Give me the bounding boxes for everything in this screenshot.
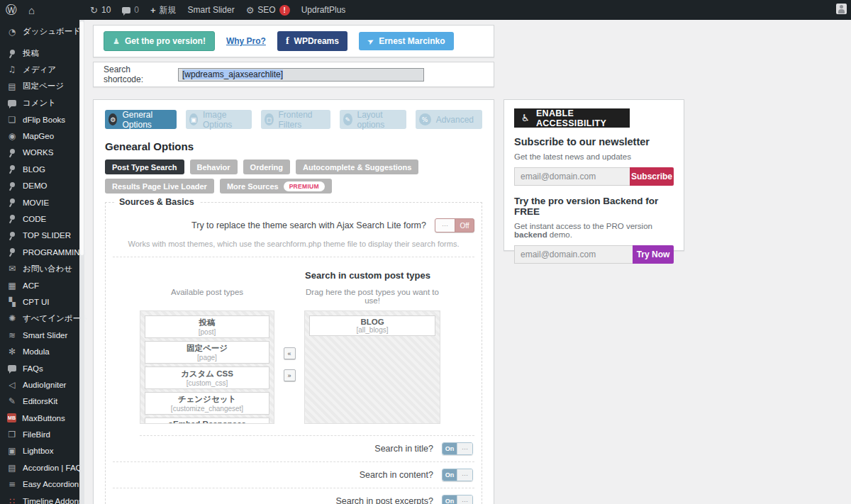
smart-slider-menu[interactable]: Smart Slider [182, 0, 240, 20]
sidebar-item-modula[interactable]: ✻Modula [0, 343, 79, 359]
sidebar-item-filebird[interactable]: ❒FileBird [0, 426, 79, 442]
site-home-link[interactable]: ⌂ [23, 0, 40, 20]
sidebar-item-label: Lightbox [23, 447, 53, 455]
sidebar-item-accordion-faq[interactable]: ▤Accordion | FAQ [0, 459, 79, 476]
sidebar-item-works[interactable]: WORKS [0, 145, 79, 161]
maxbuttons-icon: MB [7, 413, 16, 422]
map-pin-icon: ◉ [7, 131, 17, 141]
pin-icon [7, 198, 17, 207]
sidebar-item-programming[interactable]: PROGRAMMING [0, 244, 79, 260]
try-now-button[interactable]: Try Now [633, 245, 674, 264]
speech-bubble-icon [8, 100, 16, 106]
subtab-ordering[interactable]: Ordering [243, 159, 290, 174]
sidebar-item-top-slider[interactable]: TOP SLIDER [0, 228, 79, 244]
post-type-item[interactable]: 固定ページ [page] [145, 341, 269, 364]
pin-icon [7, 164, 17, 174]
sidebar-item-contact[interactable]: ✉お問い合わせ [0, 260, 79, 276]
sidebar-item-easy-accordion[interactable]: ≡Easy Accordion [0, 476, 79, 493]
dashboard-icon: ◔ [7, 27, 17, 37]
sidebar-scrollbar[interactable] [79, 20, 84, 504]
sidebar-item-faqs[interactable]: FAQs [0, 360, 79, 376]
seo-menu[interactable]: ⚙ SEO ! [240, 0, 296, 20]
subscribe-button[interactable]: Subscribe [630, 167, 674, 186]
new-content-menu[interactable]: + 新規 [145, 0, 182, 20]
book-icon: ❏ [7, 115, 17, 125]
sidebar-item-mapgeo[interactable]: ◉MapGeo [0, 128, 79, 144]
sidebar-item-demo[interactable]: DEMO [0, 178, 79, 194]
sidebar-item-dflip-books[interactable]: ❏dFlip Books [0, 111, 79, 128]
subtab-results-page-live-loader[interactable]: Results Page Live Loader [105, 179, 214, 194]
updates-count: 10 [101, 5, 111, 15]
page-title: Genearal Options [105, 140, 482, 152]
tab-frontend-filters[interactable]: ◻ Frontend Filters [261, 110, 330, 129]
facebook-icon: f [286, 35, 289, 47]
sidebar-item-acf[interactable]: ▦ACF [0, 277, 79, 293]
tab-advanced[interactable]: % Advanced [416, 110, 482, 129]
facebook-wpdreams-button[interactable]: f WPDreams [277, 31, 347, 51]
sidebar-item-label: FileBird [23, 430, 50, 439]
sidebar-item-label: お問い合わせ [23, 264, 72, 274]
subscribe-email-input[interactable] [514, 167, 630, 186]
sidebar-item-timeline-addons[interactable]: ∷Timeline Addons [0, 493, 79, 504]
pin-icon [7, 214, 17, 223]
sidebar-item-movie[interactable]: MOVIE [0, 194, 79, 211]
tab-layout-options[interactable]: ✎ Layout options [340, 110, 406, 129]
enable-accessibility-button[interactable]: ♿ ENABLE ACCESSIBILITY [514, 108, 630, 128]
sidebar-item-label: DEMO [23, 181, 48, 190]
sidebar-item-import-all[interactable]: ✺すべてインポート [0, 310, 79, 327]
subtab-post-type-search[interactable]: Post Type Search [105, 159, 184, 174]
post-type-item[interactable]: カスタム CSS [custom_css] [145, 366, 269, 389]
move-all-left-button[interactable]: « [284, 347, 296, 359]
tab-image-options[interactable]: ▣ Image Options [186, 110, 252, 129]
subtab-more-sources[interactable]: More Sources PREMIUM [220, 179, 332, 194]
comments-link[interactable]: 0 [116, 0, 145, 20]
search-in-content-toggle[interactable]: On ··· [442, 469, 473, 481]
sidebar-item-dashboard[interactable]: ◔ダッシュボード [0, 23, 79, 40]
why-pro-link[interactable]: Why Pro? [226, 36, 266, 46]
sidebar-item-audioigniter[interactable]: ◁AudioIgniter [0, 376, 79, 393]
subtab-behavior[interactable]: Behavior [190, 159, 238, 174]
tab-general-options[interactable]: ⚙ General Options [105, 110, 177, 129]
sidebar-item-label: メディア [23, 65, 56, 75]
search-in-title-label: Search in title? [374, 444, 433, 454]
get-pro-version-button[interactable]: ♟ Get the pro version! [104, 31, 215, 51]
sidebar-item-pages[interactable]: ▤固定ページ [0, 78, 79, 94]
move-buttons: « » [274, 310, 304, 424]
updraftplus-menu[interactable]: UpdraftPlus [296, 0, 352, 20]
drag-here-label: Drag here the post types you want to use… [304, 288, 440, 305]
sidebar-item-smart-slider[interactable]: ≋Smart Slider [0, 327, 79, 343]
sidebar-item-posts[interactable]: 投稿 [0, 45, 79, 61]
user-avatar[interactable] [836, 4, 847, 14]
wrench-icon: % [419, 113, 431, 125]
twitter-ernest-button[interactable]: ➤ Ernest Marcinko [359, 32, 454, 50]
sidebar-item-editorskit[interactable]: ✎EditorsKit [0, 393, 79, 410]
move-all-right-button[interactable]: » [284, 369, 296, 381]
search-in-content-label: Search in content? [360, 470, 433, 480]
search-in-title-toggle[interactable]: On ··· [442, 442, 473, 455]
sidebar-item-label: EditorsKit [23, 397, 57, 405]
post-type-item[interactable]: oEmbed Responses [145, 418, 269, 424]
sidebar-item-maxbuttons[interactable]: MBMaxButtons [0, 410, 79, 426]
try-pro-email-input[interactable] [514, 245, 633, 264]
gear-icon: ⚙ [109, 113, 117, 125]
post-type-item[interactable]: チェンジセット [customize_changeset] [145, 392, 269, 415]
sidebar-item-media[interactable]: ♫メディア [0, 62, 79, 78]
updates-link[interactable]: ↻ 10 [84, 0, 116, 20]
post-type-item[interactable]: BLOG [all_blogs] [309, 315, 435, 336]
sidebar-item-lightbox[interactable]: ▣Lightbox [0, 443, 79, 459]
search-in-excerpts-toggle[interactable]: On ··· [442, 495, 473, 504]
wordpress-menu[interactable]: Ⓦ [0, 0, 23, 20]
sidebar-item-blog[interactable]: BLOG [0, 161, 79, 177]
chosen-post-types-dropzone[interactable]: BLOG [all_blogs] [304, 310, 440, 424]
sidebar-item-label: FAQs [23, 364, 43, 373]
sidebar-item-comments[interactable]: コメント [0, 95, 79, 111]
post-type-item[interactable]: 投稿 [post] [145, 315, 269, 338]
subtab-autocomplete[interactable]: Autocomplete & Suggestions [296, 159, 418, 174]
shortcode-input[interactable]: [wpdreams_ajaxsearchlite] [178, 68, 424, 82]
sidebar-item-cpt-ui[interactable]: ▚CPT UI [0, 293, 79, 310]
sidebar-item-code[interactable]: CODE [0, 211, 79, 227]
modula-icon: ✻ [7, 347, 17, 357]
available-post-types-list[interactable]: 投稿 [post] 固定ページ [page] カスタム CSS [custom_… [140, 310, 274, 424]
replace-theme-search-toggle[interactable]: ··· Off [435, 218, 474, 233]
accessibility-icon: ♿ [521, 113, 530, 123]
